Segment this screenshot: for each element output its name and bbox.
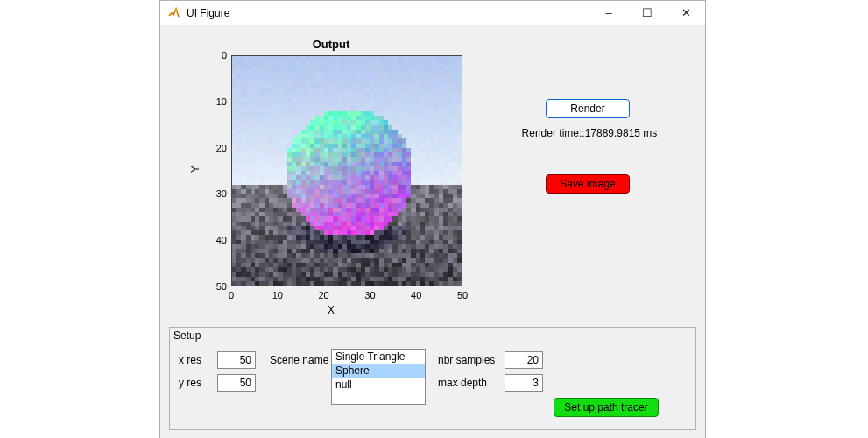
svg-rect-222 xyxy=(328,74,333,79)
save-image-button[interactable]: Save image xyxy=(546,174,630,194)
svg-rect-1850 xyxy=(457,222,462,226)
svg-rect-875 xyxy=(342,134,347,138)
svg-rect-1771 xyxy=(324,216,328,221)
svg-rect-2458 xyxy=(265,281,269,286)
svg-rect-701 xyxy=(232,120,236,124)
svg-rect-652 xyxy=(236,116,241,120)
svg-rect-1333 xyxy=(379,175,384,180)
svg-rect-493 xyxy=(425,97,429,102)
scene-option[interactable]: Sphere xyxy=(332,364,425,378)
svg-rect-417 xyxy=(306,93,310,97)
svg-rect-1692 xyxy=(420,208,425,212)
svg-rect-2007 xyxy=(259,240,264,244)
svg-rect-1842 xyxy=(420,222,425,226)
svg-rect-287 xyxy=(398,79,402,83)
svg-rect-320 xyxy=(320,83,324,88)
svg-rect-375 xyxy=(342,88,347,93)
svg-rect-2255 xyxy=(251,263,255,267)
svg-rect-1293 xyxy=(425,171,429,175)
svg-rect-1995 xyxy=(434,235,439,239)
svg-rect-1963 xyxy=(287,235,292,239)
svg-rect-1410 xyxy=(273,185,278,189)
svg-rect-700 xyxy=(457,116,462,120)
svg-rect-945 xyxy=(434,138,439,143)
svg-rect-64 xyxy=(292,60,296,65)
svg-rect-1590 xyxy=(411,198,415,202)
nbr-samples-input[interactable] xyxy=(505,351,543,369)
svg-rect-2129 xyxy=(361,249,365,253)
minimize-button[interactable]: – xyxy=(589,1,628,25)
svg-rect-2088 xyxy=(402,244,406,249)
scene-option[interactable]: Single Triangle xyxy=(332,350,425,364)
svg-rect-574 xyxy=(338,107,342,111)
svg-rect-1289 xyxy=(406,171,411,175)
svg-rect-1156 xyxy=(255,162,259,166)
svg-rect-1702 xyxy=(236,212,241,216)
setup-path-tracer-button[interactable]: Set up path tracer xyxy=(554,398,659,417)
svg-rect-1549 xyxy=(453,194,457,198)
svg-rect-1150 xyxy=(457,157,462,161)
scene-name-listbox[interactable]: Single TriangleSpherenull xyxy=(331,349,426,405)
svg-rect-401 xyxy=(232,93,236,97)
svg-rect-342 xyxy=(420,83,425,88)
svg-rect-2389 xyxy=(406,272,411,276)
svg-rect-180 xyxy=(365,70,370,74)
svg-rect-2203 xyxy=(241,258,245,263)
svg-rect-1960 xyxy=(273,235,278,239)
svg-rect-19 xyxy=(314,56,319,60)
svg-rect-432 xyxy=(374,93,378,97)
svg-rect-656 xyxy=(255,116,259,120)
svg-rect-1025 xyxy=(342,148,347,152)
max-depth-input[interactable] xyxy=(505,374,543,392)
xres-input[interactable] xyxy=(217,351,256,369)
svg-rect-2373 xyxy=(333,272,337,276)
svg-rect-558 xyxy=(265,107,269,111)
svg-rect-1800 xyxy=(457,216,462,221)
svg-rect-1536 xyxy=(392,194,397,198)
svg-rect-1724 xyxy=(338,212,342,216)
svg-rect-1906 xyxy=(255,230,259,235)
svg-rect-2436 xyxy=(392,277,397,281)
svg-rect-2391 xyxy=(416,272,420,276)
svg-rect-977 xyxy=(351,144,356,148)
y-tick-label: 40 xyxy=(201,235,227,245)
svg-rect-1885 xyxy=(388,226,392,230)
svg-rect-1357 xyxy=(259,180,264,184)
maximize-button[interactable]: ☐ xyxy=(628,1,667,25)
svg-rect-583 xyxy=(379,107,384,111)
svg-rect-1777 xyxy=(351,216,356,221)
svg-rect-2132 xyxy=(374,249,378,253)
svg-rect-1279 xyxy=(361,171,365,175)
svg-rect-2434 xyxy=(384,277,388,281)
svg-rect-1413 xyxy=(287,185,292,189)
scene-option[interactable]: null xyxy=(332,378,425,392)
yres-input[interactable] xyxy=(217,374,256,392)
svg-rect-1455 xyxy=(251,189,255,194)
svg-rect-2178 xyxy=(356,253,360,258)
svg-rect-1404 xyxy=(246,185,251,189)
svg-rect-162 xyxy=(283,70,287,74)
svg-rect-280 xyxy=(365,79,370,83)
svg-rect-2299 xyxy=(453,263,457,267)
svg-rect-158 xyxy=(265,70,269,74)
svg-rect-685 xyxy=(388,116,392,120)
svg-rect-495 xyxy=(434,97,439,102)
svg-rect-820 xyxy=(320,130,324,134)
svg-rect-2261 xyxy=(278,263,282,267)
svg-rect-1878 xyxy=(356,226,360,230)
svg-rect-1392 xyxy=(420,180,425,184)
svg-rect-2183 xyxy=(379,253,384,258)
svg-rect-2243 xyxy=(425,258,429,263)
svg-rect-1043 xyxy=(425,148,429,152)
svg-rect-156 xyxy=(255,70,259,74)
svg-rect-2079 xyxy=(361,244,365,249)
svg-rect-2175 xyxy=(342,253,347,258)
svg-rect-873 xyxy=(333,134,337,138)
svg-rect-1811 xyxy=(278,222,282,226)
close-button[interactable]: ✕ xyxy=(667,1,705,25)
render-button[interactable]: Render xyxy=(546,99,630,118)
svg-rect-591 xyxy=(416,107,420,111)
svg-rect-1452 xyxy=(236,189,241,194)
svg-rect-331 xyxy=(370,83,374,88)
svg-rect-1009 xyxy=(269,148,273,152)
